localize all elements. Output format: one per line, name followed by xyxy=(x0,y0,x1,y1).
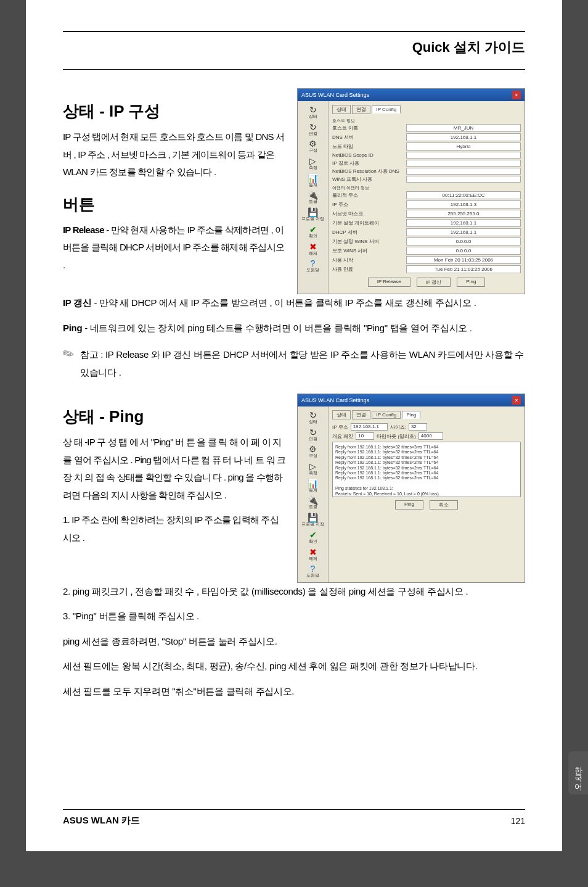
close-icon[interactable]: × xyxy=(512,91,521,99)
section-ping-heading: 상태 - Ping xyxy=(63,406,286,427)
nav-profile[interactable]: 💾프로필 저장 xyxy=(299,206,327,223)
tab2-connect[interactable]: 연결 xyxy=(352,410,370,419)
ping-size-label: 사이즈: xyxy=(390,424,406,431)
ping-intro-text: 상 태 -IP 구 성 탭 에 서 "Ping" 버 튼 을 클 릭 해 이 페… xyxy=(63,434,286,504)
tab2-ping[interactable]: Ping xyxy=(402,411,420,419)
defwins-label: 기본 설정 WINS 서버 xyxy=(332,238,406,245)
ping-timeout-label: 타임아웃 (밀리초) xyxy=(377,433,416,440)
ping-label: Ping xyxy=(63,323,82,333)
dhcp-label: DHCP 서버 xyxy=(332,229,406,236)
ping-output: Reply from 192.168.1.1: bytes=32 times<3… xyxy=(332,442,521,497)
ping-screenshot: ASUS WLAN Card Settings × ↻상태 ↻연결 ⚙구성 ▷측… xyxy=(297,394,525,583)
wins-value xyxy=(406,176,521,183)
buttons-heading: 버튼 xyxy=(63,194,286,215)
nav-connect[interactable]: ↻연결 xyxy=(299,121,327,138)
defwins-value: 0.0.0.0 xyxy=(406,237,521,245)
ping-go-button[interactable]: Ping xyxy=(395,500,423,510)
pencil-icon: ✎ xyxy=(60,344,78,364)
tab2-ipconfig[interactable]: IP Config xyxy=(372,411,401,419)
nav2-profile[interactable]: 💾프로필 저장 xyxy=(299,511,327,529)
note-text: 참고 : IP Release 와 IP 갱신 버튼은 DHCP 서버에서 할당… xyxy=(80,346,525,381)
tab-ipconfig[interactable]: IP Config xyxy=(372,105,401,113)
hostname-label: 호스트 이름 xyxy=(332,125,406,131)
nav2-help[interactable]: ?도움말 xyxy=(299,563,327,580)
subnet-value: 255.255.255.0 xyxy=(406,210,521,218)
ip-intro-text: IP 구성 탭에서 현재 모든 호스트와 호스트 이름 및 DNS 서버 , I… xyxy=(63,128,286,181)
language-tab: 한국어 xyxy=(568,751,588,794)
nav2-stats[interactable]: 📊통계 xyxy=(299,477,327,495)
gateway-value: 192.168.1.1 xyxy=(406,219,521,227)
nav2-ok[interactable]: ✔확인 xyxy=(299,529,327,546)
netbios-value xyxy=(406,152,521,159)
gateway-label: 기본 설정 게이트웨이 xyxy=(332,220,406,226)
ping-ip-input[interactable]: 192.168.1.1 xyxy=(351,423,388,431)
netbios-label: NetBIOS Scope ID xyxy=(332,152,406,158)
nav-ok[interactable]: ✔확인 xyxy=(299,223,327,241)
nav-toggle[interactable]: 🔌토글 xyxy=(299,189,327,206)
nav-config[interactable]: ⚙구성 xyxy=(299,138,327,155)
nav2-toggle[interactable]: 🔌토글 xyxy=(299,494,327,511)
section-ip-heading: 상태 - IP 구성 xyxy=(63,101,286,122)
ping-button[interactable]: Ping xyxy=(457,278,485,287)
altwins-value: 0.0.0.0 xyxy=(406,247,521,255)
altwins-label: 보조 WINS 서버 xyxy=(332,247,406,254)
ping-step3: 3. "Ping" 버튼을 클릭해 주십시오 . xyxy=(63,608,525,625)
footer-product: ASUS WLAN 카드 xyxy=(63,815,140,827)
tab2-status[interactable]: 상태 xyxy=(332,410,351,419)
expire-value: Tue Feb 21 11:03:25 2006 xyxy=(406,265,521,273)
footer-page-number: 121 xyxy=(511,816,525,826)
nav-help[interactable]: ?도움말 xyxy=(299,257,327,274)
dns-label: DNS 서버 xyxy=(332,134,406,141)
dhcp-value: 192.168.1.1 xyxy=(406,228,521,236)
iprouting-value xyxy=(406,160,521,167)
close-icon-2[interactable]: × xyxy=(512,396,521,405)
ping-clear: 세션 필드를 모두 지우려면 "취소"버튼을 클릭해 주십시오. xyxy=(63,683,525,701)
nav2-cancel[interactable]: ✖해제 xyxy=(299,546,327,563)
mac-value: 00:11:22:00:EE:CC xyxy=(406,191,521,199)
ping-cancel-button[interactable]: 취소 xyxy=(430,500,458,510)
nav-cancel[interactable]: ✖해제 xyxy=(299,241,327,258)
ip-renew-label: IP 갱신 xyxy=(63,297,92,308)
expire-label: 사용 만료 xyxy=(332,266,406,273)
ping-stop: ping 세션을 종료하려면, "Stop" 버튼을 눌러 주십시오. xyxy=(63,633,525,651)
lease-value: Mon Feb 20 11:03:25 2006 xyxy=(406,256,521,264)
node-label: 노드 타입 xyxy=(332,143,406,150)
node-value: Hybrid xyxy=(406,142,521,151)
tab-connect[interactable]: 연결 xyxy=(352,105,370,114)
page-header: Quick 설치 가이드 xyxy=(63,38,525,57)
nav2-config[interactable]: ⚙구성 xyxy=(299,443,327,460)
dns-value: 192.168.1.1 xyxy=(406,133,521,141)
iprouting-label: IP 경로 사용 xyxy=(332,160,406,167)
nav2-status[interactable]: ↻상태 xyxy=(299,409,327,426)
tab-status[interactable]: 상태 xyxy=(332,105,351,114)
window-title: ASUS WLAN Card Settings xyxy=(301,92,369,98)
nav-status[interactable]: ↻상태 xyxy=(299,104,327,121)
netdns-value xyxy=(406,168,521,175)
tab-row: 상태 연결 IP Config xyxy=(332,105,521,114)
nav2-connect[interactable]: ↻연결 xyxy=(299,426,327,444)
wins-label: WINS 프록시 사용 xyxy=(332,176,406,183)
ip-release-label: IP Release xyxy=(63,225,104,235)
ip-renew-button[interactable]: IP 갱신 xyxy=(417,278,451,287)
ping-timeout-input[interactable]: 4000 xyxy=(419,432,443,440)
ip-renew-text: - 만약 새 DHCP 에서 새 IP 주소를 받으려면 , 이 버튼을 클릭해… xyxy=(92,297,476,308)
window-title-2: ASUS WLAN Card Settings xyxy=(301,397,369,403)
ping-text: - 네트워크에 있는 장치에 ping 테스트를 수행하려면 이 버튼을 클릭해… xyxy=(82,323,472,333)
host-group: 호스트 정보 xyxy=(332,118,521,124)
ping-ip-label: IP 주소 xyxy=(332,424,348,431)
ping-step1: 1. IP 주소 란에 확인하려는 장치의 IP 주소를 입력해 주십시오 . xyxy=(63,511,286,547)
ipconfig-screenshot: ASUS WLAN Card Settings × ↻상태 ↻연결 ⚙구성 ▷측… xyxy=(297,88,525,294)
nav2-survey[interactable]: ▷측정 xyxy=(299,460,327,477)
ping-size-input[interactable]: 32 xyxy=(409,423,427,431)
hostname-value: MR_JUN xyxy=(406,124,521,132)
ping-count-input[interactable]: 10 xyxy=(356,432,374,440)
ip-release-button[interactable]: IP Release xyxy=(368,278,410,287)
nav-survey[interactable]: ▷측정 xyxy=(299,155,327,172)
ping-step2: 2. ping 패킷크기 , 전송할 패킷 수 , 타임아웃 값 (millis… xyxy=(63,583,525,601)
netdns-label: NetBIOS Resolution 사용 DNS xyxy=(332,168,406,175)
nav-stats[interactable]: 📊통계 xyxy=(299,172,327,189)
ip-label: IP 주소 xyxy=(332,201,406,208)
ip-value: 192.168.1.3 xyxy=(406,200,521,208)
ping-count-label: 개요 패킷 xyxy=(332,433,353,440)
ping-session: 세션 필드에는 왕복 시간(최소, 최대, 평균), 송/수신, ping 세션… xyxy=(63,658,525,675)
